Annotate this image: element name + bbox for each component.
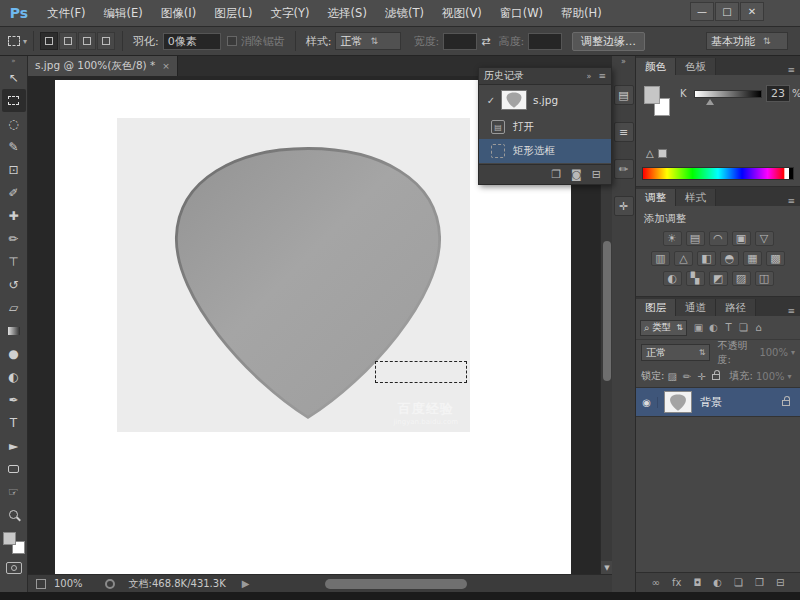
layer-name[interactable]: 背景 [700,395,779,410]
tool-hand[interactable]: ☞ [2,480,26,503]
layer-thumbnail[interactable] [664,391,692,413]
tool-pen[interactable]: ✒ [2,388,26,411]
threshold-icon[interactable]: ◩ [709,271,728,286]
curves-icon[interactable]: ◠ [709,231,728,246]
document-tab[interactable]: s.jpg @ 100%(灰色/8) * × [28,56,178,76]
closest-color-swatch[interactable] [658,149,667,158]
layer-visibility-eye-icon[interactable]: ◉ [636,397,658,408]
foreground-color-swatch[interactable] [3,532,16,545]
menu-layer[interactable]: 图层(L) [205,0,261,27]
panel-menu-icon[interactable]: ≡ [782,65,800,75]
tool-crop[interactable]: ⊡ [2,158,26,181]
new-group-icon[interactable]: ❏ [734,577,743,588]
panel-menu-icon[interactable]: ≡ [598,71,606,81]
add-to-selection-button[interactable] [59,32,77,50]
tab-color[interactable]: 颜色 [636,58,676,75]
refine-edge-button[interactable]: 调整边缘… [572,32,645,51]
tab-styles[interactable]: 样式 [676,189,716,206]
filter-type-layers-icon[interactable]: T [721,322,736,333]
filter-pixel-layers-icon[interactable]: ▣ [691,322,706,333]
history-item-rectangular-marquee[interactable]: 矩形选框 [479,139,611,163]
tool-gradient[interactable] [2,319,26,342]
horizontal-scrollbar-thumb[interactable] [325,579,467,589]
menu-select[interactable]: 选择(S) [319,0,376,27]
selective-color-icon[interactable]: ◫ [755,271,774,286]
fill-value[interactable]: 100% [756,371,785,382]
history-brush-source-icon[interactable]: ✓ [483,95,499,106]
levels-icon[interactable]: ▤ [686,231,705,246]
panel-menu-icon[interactable]: ≡ [782,196,800,206]
tool-rectangle-shape[interactable] [2,457,26,480]
tool-zoom[interactable] [2,503,26,526]
add-layer-mask-icon[interactable]: ◘ [693,577,701,588]
status-arrow-icon[interactable]: ▶ [242,578,250,589]
new-snapshot-icon[interactable]: ◙ [571,168,582,181]
tool-healing-brush[interactable]: ✚ [2,204,26,227]
tool-move[interactable]: ↖ [2,66,26,89]
menu-view[interactable]: 视图(V) [433,0,491,27]
maximize-button[interactable]: □ [715,2,739,21]
k-value-input[interactable]: 23 [766,85,790,102]
lock-image-icon[interactable]: ✏ [683,371,691,382]
lock-all-icon[interactable] [712,374,720,380]
photo-image[interactable]: 百度经验 jingyan.baidu.com [117,118,470,432]
lock-transparent-icon[interactable]: ▨ [667,371,676,382]
filter-adjustment-layers-icon[interactable]: ◐ [706,322,721,333]
history-item-open[interactable]: ▤ 打开 [479,115,611,139]
vertical-scrollbar-thumb[interactable] [603,241,611,381]
foreground-background-swatches[interactable] [3,532,25,554]
toolbar-collapse-icon[interactable]: » [11,56,15,66]
k-channel-slider[interactable] [694,90,762,98]
new-document-from-state-icon[interactable]: ❐ [551,168,561,181]
panel-properties-icon[interactable]: ≡ [614,122,634,142]
blend-mode-select[interactable]: 正常 ⇅ [641,344,710,361]
color-swatch-pair[interactable] [644,86,674,118]
color-spectrum-ramp[interactable] [642,167,794,180]
intersect-selection-button[interactable] [97,32,115,50]
tab-paths[interactable]: 路径 [716,299,756,316]
minimize-button[interactable]: — [690,2,714,21]
invert-icon[interactable]: ◐ [663,271,682,286]
tab-channels[interactable]: 通道 [676,299,716,316]
filter-shape-layers-icon[interactable]: ❏ [736,322,751,333]
menu-filter[interactable]: 滤镜(T) [376,0,433,27]
tool-eyedropper[interactable]: ✐ [2,181,26,204]
link-layers-icon[interactable]: ∞ [652,577,660,588]
filter-smart-objects-icon[interactable]: ⌂ [751,322,766,333]
menu-image[interactable]: 图像(I) [152,0,205,27]
close-button[interactable]: ✕ [740,2,764,21]
width-input[interactable] [443,33,477,50]
delete-layer-icon[interactable]: ⊟ [776,577,784,588]
opacity-value[interactable]: 100% [759,347,788,358]
panel-clone-source-icon[interactable]: ✛ [614,196,634,216]
new-adjustment-layer-icon[interactable]: ◐ [713,577,722,588]
tool-rectangular-marquee[interactable] [2,89,26,112]
menu-help[interactable]: 帮助(H) [552,0,611,27]
vibrance-icon[interactable]: ▽ [755,231,774,246]
photo-filter-icon[interactable]: ◓ [720,251,739,266]
menu-window[interactable]: 窗口(W) [491,0,552,27]
tab-layers[interactable]: 图层 [636,299,676,316]
tool-quick-selection[interactable]: ✎ [2,135,26,158]
tab-close-icon[interactable]: × [162,61,170,71]
k-slider-marker[interactable] [706,99,714,105]
exposure-icon[interactable]: ▣ [732,231,751,246]
menu-type[interactable]: 文字(Y) [262,0,319,27]
posterize-icon[interactable]: ▚ [686,271,705,286]
tool-dodge[interactable]: ◐ [2,365,26,388]
lock-position-icon[interactable]: ✛ [697,371,705,382]
panel-history-icon[interactable]: ▤ [614,85,634,105]
quick-mask-button[interactable] [6,562,22,574]
workspace-switcher[interactable]: 基本功能 ⇅ [706,32,788,50]
hue-saturation-icon[interactable]: ▥ [651,251,670,266]
delete-state-icon[interactable]: ⊟ [592,168,601,181]
layer-effects-icon[interactable]: fx [672,577,681,588]
new-selection-button[interactable] [40,32,58,50]
feather-input[interactable]: 0像素 [163,33,221,50]
tool-history-brush[interactable]: ↺ [2,273,26,296]
color-lookup-icon[interactable]: ▩ [766,251,785,266]
tool-lasso[interactable]: ◌ [2,112,26,135]
collapse-icon[interactable]: » [587,72,592,81]
document-size-info[interactable]: 文档:468.8K/431.3K [129,577,226,591]
history-item-snapshot[interactable]: ✓ s.jpg [479,85,611,115]
